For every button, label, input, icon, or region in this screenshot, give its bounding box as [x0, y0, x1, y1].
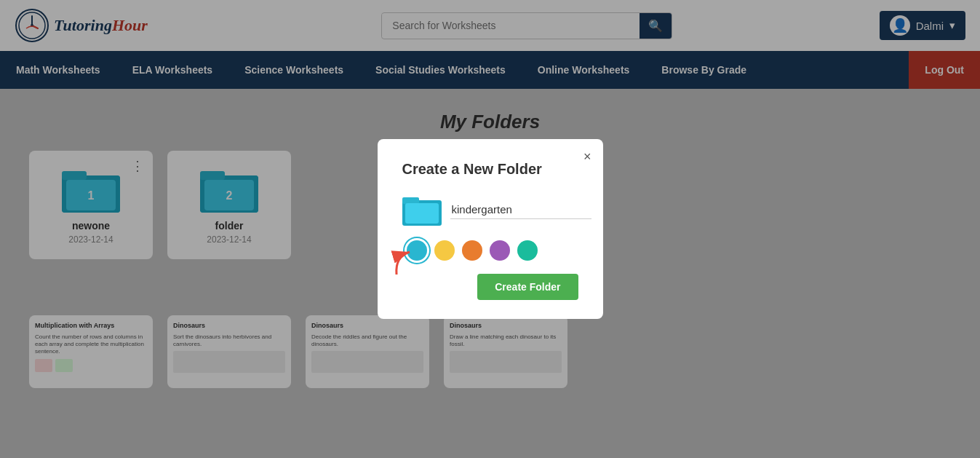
modal-folder-icon [402, 194, 442, 226]
svg-rect-16 [402, 197, 419, 204]
modal-footer: Create Folder [402, 274, 578, 300]
color-option-purple[interactable] [490, 240, 510, 261]
modal-close-button[interactable]: × [583, 149, 591, 165]
color-option-orange[interactable] [462, 240, 482, 261]
modal-overlay: Create a New Folder × [0, 0, 980, 458]
modal-title: Create a New Folder [402, 161, 578, 178]
arrow-indicator [389, 242, 426, 281]
svg-rect-17 [405, 203, 439, 224]
color-option-teal[interactable] [517, 240, 538, 261]
create-folder-button[interactable]: Create Folder [477, 274, 578, 300]
create-folder-modal: Create a New Folder × [378, 139, 603, 319]
folder-name-input[interactable] [450, 200, 591, 219]
color-option-yellow[interactable] [434, 240, 455, 261]
modal-folder-row [402, 194, 578, 226]
color-picker-row [402, 240, 578, 261]
